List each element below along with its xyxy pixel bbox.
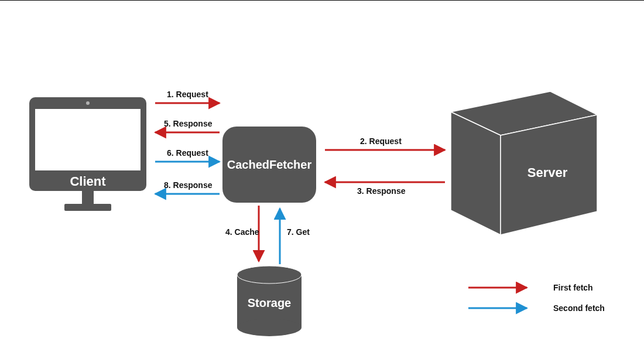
edge-6-label: 6. Request [167,148,208,158]
storage-label: Storage [248,296,291,309]
svg-point-11 [237,319,302,336]
diagram-stage: Client CachedFetcher Server Storage 1. R… [0,0,644,362]
legend-second-label: Second fetch [553,303,605,313]
edge-1-label: 1. Request [167,90,208,99]
svg-rect-4 [64,204,111,211]
storage-node: Storage [237,266,302,336]
cached-fetcher-label: CachedFetcher [227,158,312,171]
client-node: Client [29,97,146,211]
client-label: Client [70,174,106,189]
svg-rect-2 [35,109,141,170]
cached-fetcher-node: CachedFetcher [222,127,316,203]
server-label: Server [527,165,568,180]
svg-point-1 [86,101,90,105]
svg-rect-3 [82,191,94,204]
edge-8-label: 8. Response [164,180,213,190]
edge-2-label: 2. Request [360,136,402,146]
edge-7-label: 7. Get [287,227,310,237]
edge-3-label: 3. Response [357,186,406,196]
server-node: Server [451,91,597,235]
diagram-svg: Client CachedFetcher Server Storage 1. R… [0,1,644,362]
legend: First fetch Second fetch [468,283,605,313]
legend-first-label: First fetch [553,283,593,292]
edge-4-label: 4. Cache [225,227,259,237]
edge-5-label: 5. Response [164,119,213,128]
